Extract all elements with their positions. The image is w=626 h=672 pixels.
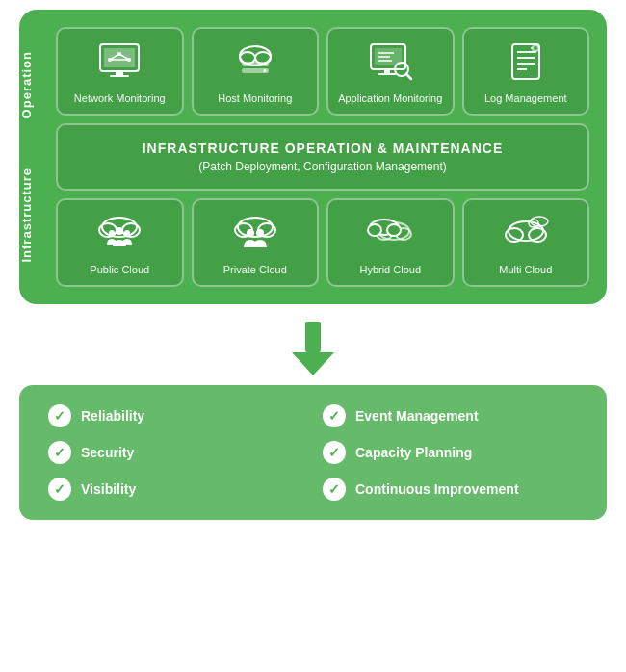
infra-banner-title: INFRASTRUCTURE OPERATION & MAINTENANCE [73,141,572,156]
application-monitoring-label: Application Monitoring [338,92,442,104]
svg-point-53 [368,224,381,236]
application-monitoring-card: Application Monitoring [326,27,455,116]
network-monitoring-label: Network Monitoring [74,92,166,104]
benefit-capacity-planning-label: Capacity Planning [355,445,472,460]
benefit-security-label: Security [81,445,134,460]
multi-cloud-label: Multi Cloud [499,264,552,275]
clouds-row: Public Cloud [56,198,589,287]
multi-cloud-card: Multi Cloud [462,198,590,287]
multi-cloud-icon [501,214,551,256]
log-management-label: Log Management [484,92,567,104]
infra-banner: INFRASTRUCTURE OPERATION & MAINTENANCE (… [56,123,589,191]
inner-content: Network Monitoring Host Mo [48,19,597,295]
benefit-capacity-planning: ✓ Capacity Planning [323,441,578,464]
application-icon [367,42,413,85]
svg-point-54 [387,224,401,236]
log-management-card: Log Management [462,27,590,116]
network-icon [96,42,143,85]
svg-point-42 [116,227,123,235]
benefit-security: ✓ Security [48,441,303,464]
svg-point-44 [238,218,273,237]
svg-rect-2 [116,71,123,75]
svg-point-56 [506,228,523,242]
hybrid-cloud-label: Hybrid Cloud [359,264,421,275]
benefit-continuous-improvement-label: Continuous Improvement [355,481,519,497]
check-icon-security: ✓ [48,441,71,464]
svg-line-22 [406,74,411,79]
host-icon [232,42,278,85]
benefit-reliability-label: Reliability [81,408,144,424]
public-cloud-label: Public Cloud [90,264,149,275]
benefit-event-management-label: Event Management [355,408,479,424]
public-cloud-card: Public Cloud [56,198,184,287]
benefit-reliability: ✓ Reliability [48,404,303,427]
benefit-event-management: ✓ Event Management [323,404,578,427]
svg-rect-1 [104,48,135,67]
infrastructure-label: Infrastructure [19,168,48,263]
check-icon-reliability: ✓ [48,404,71,427]
svg-point-15 [263,63,266,65]
private-cloud-icon [230,214,280,256]
benefit-continuous-improvement: ✓ Continuous Improvement [323,478,578,501]
svg-point-47 [247,229,254,237]
svg-point-43 [124,230,130,236]
benefit-visibility: ✓ Visibility [48,478,303,501]
network-monitoring-card: Network Monitoring [56,27,184,116]
benefit-visibility-label: Visibility [81,481,136,497]
operation-label: Operation [19,51,48,118]
svg-marker-61 [292,352,334,375]
hybrid-cloud-card: Hybrid Cloud [326,198,455,287]
svg-point-16 [263,69,266,72]
host-monitoring-card: Host Monitoring [192,27,320,116]
benefits-container: ✓ Reliability ✓ Event Management ✓ Secur… [19,385,607,520]
side-labels: Operation Infrastructure [19,19,48,295]
host-monitoring-label: Host Monitoring [218,92,292,104]
check-icon-capacity-planning: ✓ [323,441,346,464]
svg-rect-20 [378,73,396,75]
infra-banner-subtitle: (Patch Deployment, Configuration Managem… [73,160,572,173]
svg-rect-60 [305,322,321,352]
private-cloud-card: Private Cloud [192,198,320,287]
main-diagram: Operation Infrastructure [19,10,607,304]
hybrid-cloud-icon [365,214,415,256]
public-cloud-icon [94,214,144,256]
svg-point-32 [534,46,537,50]
svg-rect-19 [384,69,390,73]
svg-point-48 [256,229,264,237]
arrow-container [284,320,342,377]
check-icon-continuous-improvement: ✓ [323,478,346,501]
down-arrow-icon [284,320,342,377]
check-icon-event-management: ✓ [323,404,346,427]
svg-point-57 [529,228,546,242]
log-icon [503,42,549,85]
operation-row: Network Monitoring Host Mo [56,27,589,116]
private-cloud-label: Private Cloud [223,264,287,275]
svg-rect-3 [110,75,129,77]
svg-point-41 [109,230,115,236]
check-icon-visibility: ✓ [48,478,71,501]
